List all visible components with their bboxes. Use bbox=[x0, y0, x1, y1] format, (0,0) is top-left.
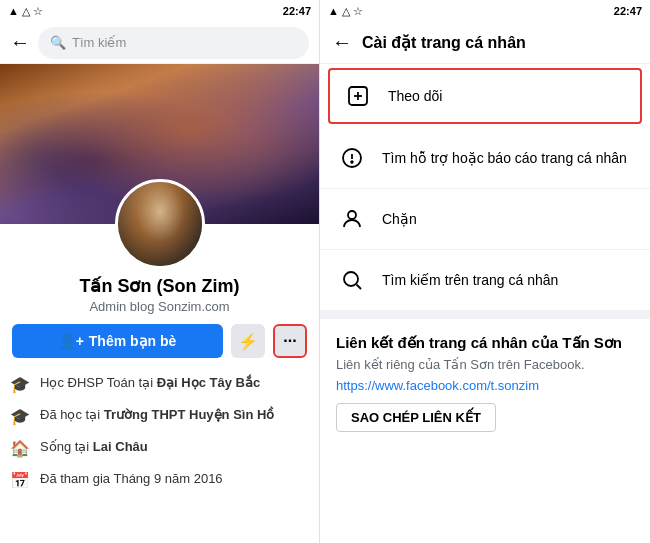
bio-text-university: Học ĐHSP Toán tại Đại Học Tây Bắc bbox=[40, 374, 309, 392]
messenger-button[interactable]: ⚡ bbox=[231, 324, 265, 358]
tim-kiem-label: Tìm kiếm trên trang cá nhân bbox=[382, 271, 558, 289]
report-icon bbox=[336, 142, 368, 174]
search-icon-left: 🔍 bbox=[50, 35, 66, 50]
education-icon-1: 🎓 bbox=[10, 375, 30, 394]
svg-line-8 bbox=[357, 285, 362, 290]
search-input-box[interactable]: 🔍 Tìm kiếm bbox=[38, 27, 309, 59]
avatar-wrapper bbox=[0, 179, 319, 269]
calendar-icon: 📅 bbox=[10, 471, 30, 490]
home-icon: 🏠 bbox=[10, 439, 30, 458]
right-panel: ▲ △ ☆ 22:47 ← Cài đặt trang cá nhân Theo… bbox=[320, 0, 650, 543]
menu-list: Theo dõi Tìm hỗ trợ hoặc báo cáo trang c… bbox=[320, 64, 650, 543]
menu-item-bao-cao[interactable]: Tìm hỗ trợ hoặc báo cáo trang cá nhân bbox=[320, 128, 650, 189]
back-button-left[interactable]: ← bbox=[10, 31, 30, 54]
bio-item-location: 🏠 Sống tại Lai Châu bbox=[10, 432, 309, 464]
link-url[interactable]: https://www.facebook.com/t.sonzim bbox=[336, 378, 634, 393]
link-section-title: Liên kết đến trang cá nhân của Tấn Sơn bbox=[336, 333, 634, 353]
action-buttons: 👤+ Thêm bạn bè ⚡ ··· bbox=[0, 314, 319, 368]
status-icons-left: ▲ △ ☆ bbox=[8, 5, 43, 18]
bio-list: 🎓 Học ĐHSP Toán tại Đại Học Tây Bắc 🎓 Đã… bbox=[0, 368, 319, 496]
svg-point-7 bbox=[344, 272, 358, 286]
more-button[interactable]: ··· bbox=[273, 324, 307, 358]
search-bar: ← 🔍 Tìm kiếm bbox=[0, 22, 319, 64]
bio-item-highschool: 🎓 Đã học tại Trường THPT Huyện Sìn Hồ bbox=[10, 400, 309, 432]
bio-text-highschool: Đã học tại Trường THPT Huyện Sìn Hồ bbox=[40, 406, 309, 424]
link-section-sub: Liên kết riêng của Tấn Sơn trên Facebook… bbox=[336, 357, 634, 372]
divider bbox=[320, 311, 650, 319]
status-icons-right: ▲ △ ☆ bbox=[328, 5, 363, 18]
search-icon-right bbox=[336, 264, 368, 296]
profile-name: Tấn Sơn (Son Zim) bbox=[0, 275, 319, 297]
profile-subtitle: Admin blog Sonzim.com bbox=[0, 299, 319, 314]
bio-item-joined: 📅 Đã tham gia Tháng 9 năm 2016 bbox=[10, 464, 309, 496]
copy-link-button[interactable]: SAO CHÉP LIÊN KẾT bbox=[336, 403, 496, 432]
add-friend-button[interactable]: 👤+ Thêm bạn bè bbox=[12, 324, 223, 358]
menu-item-theo-doi[interactable]: Theo dõi bbox=[328, 68, 642, 124]
search-placeholder: Tìm kiếm bbox=[72, 35, 126, 50]
bio-item-university: 🎓 Học ĐHSP Toán tại Đại Học Tây Bắc bbox=[10, 368, 309, 400]
avatar bbox=[115, 179, 205, 269]
right-header: ← Cài đặt trang cá nhân bbox=[320, 22, 650, 64]
right-header-title: Cài đặt trang cá nhân bbox=[362, 33, 526, 52]
menu-item-chan[interactable]: Chặn bbox=[320, 189, 650, 250]
status-bar-left: ▲ △ ☆ 22:47 bbox=[0, 0, 319, 22]
time-right: 22:47 bbox=[614, 5, 642, 17]
bio-text-location: Sống tại Lai Châu bbox=[40, 438, 309, 456]
follow-icon bbox=[342, 80, 374, 112]
status-bar-right: ▲ △ ☆ 22:47 bbox=[320, 0, 650, 22]
add-friend-icon: 👤+ bbox=[59, 333, 84, 349]
chan-label: Chặn bbox=[382, 210, 417, 228]
svg-point-5 bbox=[351, 161, 353, 163]
more-icon: ··· bbox=[283, 332, 296, 350]
bio-text-joined: Đã tham gia Tháng 9 năm 2016 bbox=[40, 470, 309, 488]
left-panel: ▲ △ ☆ 22:47 ← 🔍 Tìm kiếm Tấn Sơn (Son Zi… bbox=[0, 0, 320, 543]
time-left: 22:47 bbox=[283, 5, 311, 17]
link-section: Liên kết đến trang cá nhân của Tấn Sơn L… bbox=[320, 319, 650, 446]
education-icon-2: 🎓 bbox=[10, 407, 30, 426]
svg-point-6 bbox=[348, 211, 356, 219]
theo-doi-label: Theo dõi bbox=[388, 87, 442, 105]
avatar-inner bbox=[118, 182, 202, 266]
add-friend-label: Thêm bạn bè bbox=[89, 333, 177, 349]
bao-cao-label: Tìm hỗ trợ hoặc báo cáo trang cá nhân bbox=[382, 149, 627, 167]
menu-item-tim-kiem[interactable]: Tìm kiếm trên trang cá nhân bbox=[320, 250, 650, 311]
block-icon bbox=[336, 203, 368, 235]
messenger-icon: ⚡ bbox=[238, 332, 258, 351]
back-button-right[interactable]: ← bbox=[332, 31, 352, 54]
